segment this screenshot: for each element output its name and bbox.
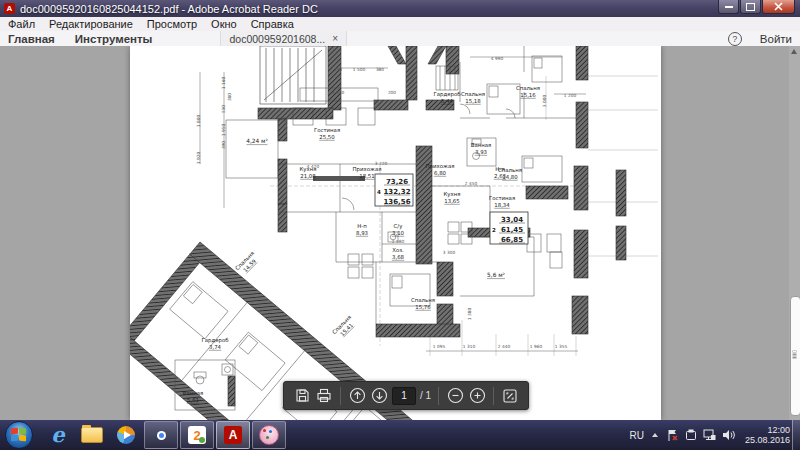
sign-in-button[interactable]: Войти	[760, 33, 794, 45]
tab-home[interactable]: Главная	[0, 33, 65, 45]
media-player-icon[interactable]	[110, 422, 142, 448]
page-number-input[interactable]: 1	[392, 387, 416, 405]
svg-text:Ванная: Ванная	[183, 390, 204, 396]
maximize-button[interactable]	[740, 0, 761, 14]
svg-text:13,65: 13,65	[444, 198, 459, 204]
acrobat-reader-icon[interactable]: A	[216, 421, 250, 449]
svg-text:5,6 м²: 5,6 м²	[487, 272, 505, 278]
menu-file[interactable]: Файл	[0, 17, 42, 31]
staircase	[260, 46, 326, 104]
desktop-screen: A doc00095920160825044152.pdf - Adobe Ac…	[0, 0, 800, 450]
next-page-button[interactable]	[368, 385, 390, 407]
svg-text:3 840: 3 840	[332, 90, 345, 95]
zoom-in-button[interactable]	[466, 385, 488, 407]
svg-text:Гостиная: Гостиная	[314, 127, 340, 133]
clock-date: 25.08.2016	[745, 435, 790, 445]
svg-text:21,08: 21,08	[300, 173, 316, 179]
close-tab-icon[interactable]: ×	[332, 33, 338, 44]
svg-text:530: 530	[221, 105, 226, 113]
internet-explorer-icon[interactable]: e	[42, 422, 74, 448]
svg-text:25,50: 25,50	[319, 134, 335, 140]
zoom-out-button[interactable]	[444, 385, 466, 407]
svg-text:1 310: 1 310	[463, 344, 476, 349]
svg-text:2 440: 2 440	[498, 344, 511, 349]
viewer-toolbar: 1 / 1	[283, 381, 529, 410]
svg-text:4,24 м²: 4,24 м²	[246, 138, 267, 144]
svg-text:380: 380	[227, 93, 232, 101]
start-button[interactable]	[5, 421, 33, 449]
help-icon[interactable]: ?	[728, 32, 742, 46]
network-icon[interactable]	[703, 429, 716, 441]
svg-text:1 500: 1 500	[353, 67, 366, 72]
svg-text:15,16: 15,16	[520, 92, 536, 98]
usb-device-icon[interactable]	[685, 429, 697, 441]
svg-text:390: 390	[221, 141, 226, 149]
svg-text:4 990: 4 990	[491, 56, 504, 61]
svg-text:15,18: 15,18	[465, 98, 481, 104]
svg-text:1 355: 1 355	[555, 344, 568, 349]
svg-text:Гостиная: Гостиная	[489, 195, 515, 201]
svg-text:С/у: С/у	[394, 223, 404, 230]
clock-time: 12:00	[745, 425, 790, 435]
show-desktop-button[interactable]	[792, 420, 800, 450]
svg-text:Прихожая: Прихожая	[426, 163, 455, 170]
svg-text:1 095: 1 095	[433, 344, 446, 349]
taskbar-clock[interactable]: 12:00 25.08.2016	[745, 425, 790, 445]
window-titlebar[interactable]: A doc00095920160825044152.pdf - Adobe Ac…	[0, 0, 800, 17]
chrome-icon[interactable]	[144, 421, 178, 449]
language-indicator[interactable]: RU	[630, 430, 644, 441]
save-button[interactable]	[291, 385, 313, 407]
svg-text:5,44: 5,44	[441, 98, 454, 104]
walls	[228, 46, 626, 406]
minimize-button[interactable]	[718, 0, 739, 14]
svg-text:Н-п: Н-п	[357, 223, 367, 229]
file-explorer-icon[interactable]	[76, 422, 108, 448]
volume-icon[interactable]	[722, 429, 735, 441]
previous-page-button[interactable]	[346, 385, 368, 407]
svg-text:Спальня: Спальня	[461, 91, 485, 97]
svg-text:132,32: 132,32	[383, 188, 410, 196]
svg-text:Хоз.: Хоз.	[392, 247, 404, 253]
svg-text:Гардероб: Гардероб	[433, 91, 461, 98]
svg-text:Прихожая: Прихожая	[353, 166, 382, 173]
vertical-scrollbar[interactable]	[789, 46, 800, 420]
svg-text:6,80: 6,80	[434, 170, 447, 176]
svg-text:Ванная: Ванная	[471, 142, 492, 148]
menu-window[interactable]: Окно	[204, 17, 244, 31]
scroll-up-icon[interactable]	[791, 49, 797, 54]
gis-app-icon[interactable]: 2	[180, 421, 214, 449]
toolbar-separator	[438, 387, 439, 405]
fullscreen-button[interactable]	[499, 385, 521, 407]
menu-edit[interactable]: Редактирование	[42, 17, 140, 31]
print-button[interactable]	[313, 385, 335, 407]
menu-view[interactable]: Просмотр	[140, 17, 204, 31]
svg-text:Гардероб: Гардероб	[201, 337, 229, 344]
tab-document[interactable]: doc000959201608... ×	[220, 31, 347, 46]
svg-text:1 380: 1 380	[467, 308, 472, 321]
window-title: doc00095920160825044152.pdf - Adobe Acro…	[20, 3, 318, 15]
svg-text:1 800: 1 800	[196, 115, 201, 128]
svg-text:3,74: 3,74	[209, 344, 222, 350]
scrollbar-thumb[interactable]	[790, 296, 800, 416]
action-center-icon[interactable]	[666, 429, 679, 442]
svg-text:Спальня: Спальня	[498, 167, 522, 173]
svg-text:4: 4	[377, 189, 381, 195]
svg-text:73,26: 73,26	[386, 178, 408, 186]
svg-text:18,51: 18,51	[359, 173, 374, 179]
paint-app-icon[interactable]	[252, 421, 286, 449]
svg-text:14,80: 14,80	[502, 174, 518, 180]
svg-text:18,34: 18,34	[494, 202, 510, 208]
windows-taskbar: e 2 A RU	[0, 420, 800, 450]
svg-text:3 000: 3 000	[542, 95, 547, 108]
svg-text:380: 380	[376, 67, 384, 72]
menu-help[interactable]: Справка	[244, 17, 301, 31]
tab-tools[interactable]: Инструменты	[65, 33, 163, 45]
svg-text:1 920: 1 920	[196, 152, 201, 165]
svg-text:1 960: 1 960	[530, 344, 543, 349]
pdf-app-icon: A	[4, 3, 15, 14]
document-area: 1301 5003803 8402004 9903 0001 2001 1603…	[0, 46, 800, 420]
svg-text:130: 130	[334, 67, 342, 72]
hidden-icons-icon[interactable]	[652, 433, 658, 437]
svg-text:2: 2	[492, 227, 496, 233]
close-button[interactable]	[762, 0, 795, 14]
